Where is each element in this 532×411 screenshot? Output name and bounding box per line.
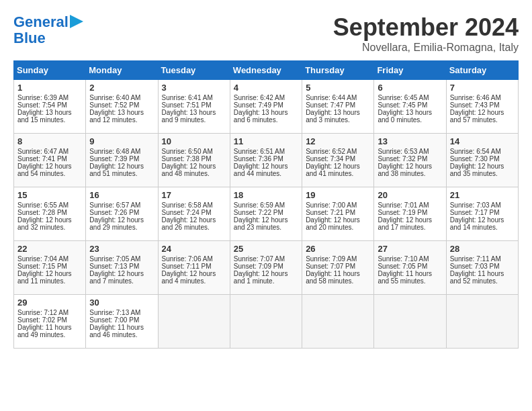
day-detail: Sunrise: 6:51 AM bbox=[234, 148, 298, 155]
day-detail: Sunset: 7:22 PM bbox=[234, 209, 298, 216]
day-detail: Sunset: 7:05 PM bbox=[378, 263, 442, 270]
day-detail: Sunrise: 7:03 AM bbox=[450, 201, 515, 209]
day-detail: Sunrise: 6:53 AM bbox=[378, 148, 442, 155]
day-number: 21 bbox=[450, 190, 515, 200]
header-cell-tuesday: Tuesday bbox=[158, 61, 230, 80]
day-detail: Sunrise: 6:50 AM bbox=[162, 148, 226, 155]
logo-text: General bbox=[13, 15, 69, 30]
day-detail: Sunset: 7:00 PM bbox=[89, 316, 154, 324]
day-detail: and 12 minutes. bbox=[89, 116, 154, 124]
day-detail: Sunset: 7:30 PM bbox=[450, 155, 515, 163]
calendar-cell: 22Sunrise: 7:04 AMSunset: 7:15 PMDayligh… bbox=[14, 241, 86, 295]
day-detail: Daylight: 11 hours bbox=[450, 270, 515, 277]
day-number: 15 bbox=[17, 190, 82, 200]
day-number: 11 bbox=[234, 136, 298, 146]
day-detail: and 57 minutes. bbox=[450, 116, 515, 124]
day-detail: Sunrise: 6:46 AM bbox=[450, 94, 515, 101]
day-detail: and 52 minutes. bbox=[450, 277, 515, 285]
calendar-cell: 24Sunrise: 7:06 AMSunset: 7:11 PMDayligh… bbox=[158, 241, 230, 295]
calendar-cell: 27Sunrise: 7:10 AMSunset: 7:05 PMDayligh… bbox=[374, 241, 446, 295]
day-detail: Sunset: 7:32 PM bbox=[378, 155, 442, 163]
day-detail: Sunrise: 6:40 AM bbox=[89, 94, 154, 101]
day-detail: Daylight: 12 hours bbox=[450, 216, 515, 224]
day-number: 12 bbox=[306, 136, 370, 146]
calendar-cell: 15Sunrise: 6:55 AMSunset: 7:28 PMDayligh… bbox=[14, 187, 86, 241]
day-detail: and 29 minutes. bbox=[89, 224, 154, 231]
day-detail: Daylight: 12 hours bbox=[162, 216, 226, 224]
day-number: 14 bbox=[450, 136, 515, 146]
location-title: Novellara, Emilia-Romagna, Italy bbox=[333, 42, 519, 54]
day-detail: and 58 minutes. bbox=[306, 277, 370, 285]
day-detail: Sunset: 7:34 PM bbox=[306, 155, 370, 163]
calendar-cell bbox=[158, 295, 230, 349]
day-detail: and 0 minutes. bbox=[378, 116, 442, 124]
day-detail: Daylight: 12 hours bbox=[378, 216, 442, 224]
day-detail: Sunset: 7:09 PM bbox=[234, 263, 298, 270]
day-detail: Sunrise: 6:45 AM bbox=[378, 94, 442, 101]
day-number: 13 bbox=[378, 136, 442, 146]
day-detail: and 3 minutes. bbox=[306, 116, 370, 124]
calendar-cell: 6Sunrise: 6:45 AMSunset: 7:45 PMDaylight… bbox=[374, 80, 446, 134]
week-row-3: 15Sunrise: 6:55 AMSunset: 7:28 PMDayligh… bbox=[14, 187, 519, 241]
day-detail: Sunrise: 6:47 AM bbox=[17, 148, 82, 155]
day-detail: Daylight: 13 hours bbox=[378, 109, 442, 116]
day-detail: Sunrise: 6:44 AM bbox=[306, 94, 370, 101]
day-detail: Sunset: 7:36 PM bbox=[234, 155, 298, 163]
calendar-cell bbox=[302, 295, 374, 349]
day-detail: Daylight: 12 hours bbox=[17, 163, 82, 170]
day-detail: Sunset: 7:47 PM bbox=[306, 101, 370, 109]
calendar-cell: 17Sunrise: 6:58 AMSunset: 7:24 PMDayligh… bbox=[158, 187, 230, 241]
title-section: September 2024 Novellara, Emilia-Romagna… bbox=[333, 13, 519, 54]
day-detail: Sunrise: 6:58 AM bbox=[162, 201, 226, 209]
day-detail: Sunset: 7:24 PM bbox=[162, 209, 226, 216]
day-detail: Sunrise: 7:06 AM bbox=[162, 255, 226, 263]
calendar-cell: 18Sunrise: 6:59 AMSunset: 7:22 PMDayligh… bbox=[230, 187, 302, 241]
day-detail: Daylight: 12 hours bbox=[17, 216, 82, 224]
header-cell-monday: Monday bbox=[86, 61, 158, 80]
day-number: 6 bbox=[378, 83, 442, 93]
day-number: 10 bbox=[162, 136, 226, 146]
day-detail: Daylight: 12 hours bbox=[89, 163, 154, 170]
header-cell-sunday: Sunday bbox=[14, 61, 86, 80]
day-number: 28 bbox=[450, 244, 515, 254]
day-detail: Sunset: 7:43 PM bbox=[450, 101, 515, 109]
calendar-cell: 28Sunrise: 7:11 AMSunset: 7:03 PMDayligh… bbox=[446, 241, 518, 295]
day-detail: Sunset: 7:54 PM bbox=[17, 101, 82, 109]
calendar-cell: 30Sunrise: 7:13 AMSunset: 7:00 PMDayligh… bbox=[86, 295, 158, 349]
day-detail: Sunset: 7:15 PM bbox=[17, 263, 82, 270]
day-number: 30 bbox=[89, 298, 154, 308]
day-number: 26 bbox=[306, 244, 370, 254]
calendar-cell: 11Sunrise: 6:51 AMSunset: 7:36 PMDayligh… bbox=[230, 134, 302, 187]
day-detail: Sunset: 7:49 PM bbox=[234, 101, 298, 109]
day-number: 23 bbox=[89, 244, 154, 254]
day-detail: and 54 minutes. bbox=[17, 170, 82, 177]
day-detail: Sunset: 7:21 PM bbox=[306, 209, 370, 216]
day-detail: and 26 minutes. bbox=[162, 224, 226, 231]
day-detail: Sunrise: 6:39 AM bbox=[17, 94, 82, 101]
day-number: 7 bbox=[450, 83, 515, 93]
day-detail: Sunrise: 7:05 AM bbox=[89, 255, 154, 263]
day-detail: Sunrise: 6:59 AM bbox=[234, 201, 298, 209]
calendar-cell: 29Sunrise: 7:12 AMSunset: 7:02 PMDayligh… bbox=[14, 295, 86, 349]
day-detail: Daylight: 13 hours bbox=[162, 109, 226, 116]
day-number: 18 bbox=[234, 190, 298, 200]
calendar-cell: 10Sunrise: 6:50 AMSunset: 7:38 PMDayligh… bbox=[158, 134, 230, 187]
day-detail: Sunrise: 6:48 AM bbox=[89, 148, 154, 155]
logo-text2: Blue bbox=[13, 31, 46, 46]
day-detail: Daylight: 12 hours bbox=[450, 109, 515, 116]
calendar-cell: 16Sunrise: 6:57 AMSunset: 7:26 PMDayligh… bbox=[86, 187, 158, 241]
day-number: 22 bbox=[17, 244, 82, 254]
day-detail: Sunset: 7:39 PM bbox=[89, 155, 154, 163]
day-detail: and 1 minute. bbox=[234, 277, 298, 285]
day-detail: and 51 minutes. bbox=[89, 170, 154, 177]
day-detail: and 17 minutes. bbox=[378, 224, 442, 231]
calendar-table: SundayMondayTuesdayWednesdayThursdayFrid… bbox=[13, 60, 519, 349]
day-detail: Sunset: 7:41 PM bbox=[17, 155, 82, 163]
day-detail: Sunset: 7:03 PM bbox=[450, 263, 515, 270]
day-detail: Sunrise: 7:12 AM bbox=[17, 309, 82, 316]
day-detail: Sunrise: 7:00 AM bbox=[306, 201, 370, 209]
calendar-cell: 25Sunrise: 7:07 AMSunset: 7:09 PMDayligh… bbox=[230, 241, 302, 295]
calendar-cell: 1Sunrise: 6:39 AMSunset: 7:54 PMDaylight… bbox=[14, 80, 86, 134]
day-detail: Sunrise: 7:01 AM bbox=[378, 201, 442, 209]
day-number: 25 bbox=[234, 244, 298, 254]
